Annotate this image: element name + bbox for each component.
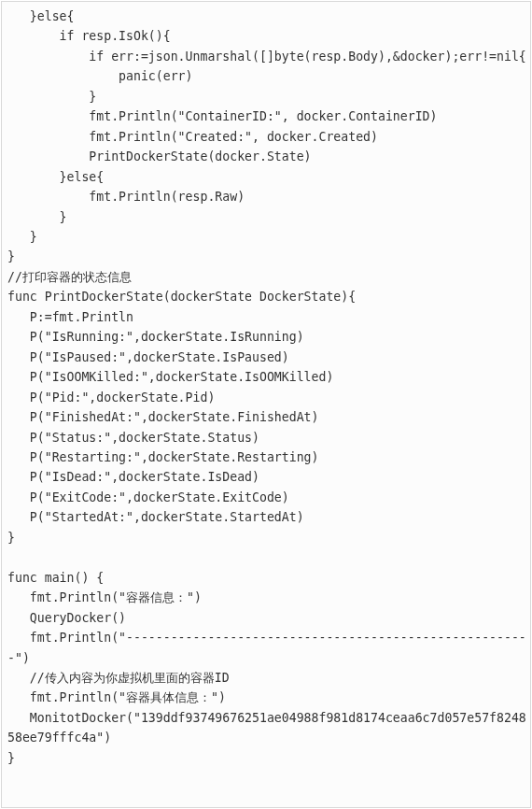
code-block: }else{ if resp.IsOk(){ if err:=json.Unma… [1,1,531,808]
code-content: }else{ if resp.IsOk(){ if err:=json.Unma… [7,9,526,765]
